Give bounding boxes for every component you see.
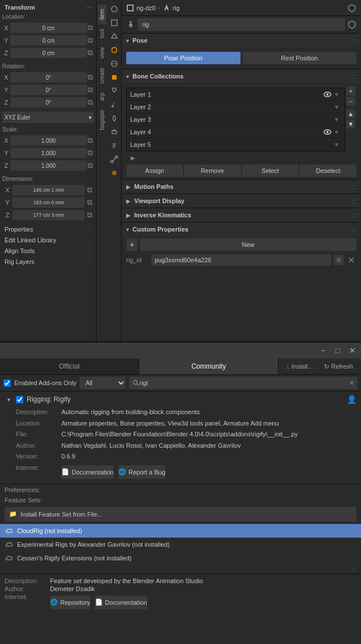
remove-btn[interactable]: Remove bbox=[184, 164, 241, 177]
cp-plus-btn[interactable]: + bbox=[126, 238, 138, 251]
bc-down-btn[interactable]: ▼ bbox=[346, 119, 355, 129]
rot-x-copy[interactable]: ⧉ bbox=[87, 73, 94, 82]
tab-community[interactable]: Community bbox=[139, 358, 279, 374]
bc-layer-2-name[interactable]: Layer 2 bbox=[130, 104, 332, 110]
install-feature-btn[interactable]: 📁 Install Feature Set from File... bbox=[5, 507, 356, 522]
feature-set-cloudrig[interactable]: CloudRig (not installed) bbox=[0, 524, 361, 538]
icon-output[interactable] bbox=[108, 16, 121, 29]
search-input[interactable] bbox=[139, 379, 349, 386]
bc-layer-4-vis[interactable] bbox=[323, 127, 332, 137]
loc-y-input[interactable]: 0 cm bbox=[10, 35, 87, 46]
scale-y-input[interactable] bbox=[10, 148, 87, 158]
rot-z-input[interactable] bbox=[10, 97, 87, 108]
bc-layer-1-name[interactable]: Layer 1 bbox=[130, 91, 323, 98]
documentation-btn[interactable]: 📄 Documentation bbox=[61, 465, 114, 479]
dim-y-input[interactable] bbox=[13, 197, 85, 208]
pose-position-btn[interactable]: Pose Position bbox=[126, 52, 240, 64]
dim-y-copy[interactable]: ⧉ bbox=[85, 198, 94, 207]
tab-bagapie[interactable]: bagapie bbox=[98, 105, 106, 135]
icon-physics[interactable] bbox=[108, 112, 121, 125]
install-btn[interactable]: ↓ Install... bbox=[282, 360, 317, 373]
loc-z-input[interactable]: 0 cm bbox=[10, 48, 87, 58]
pose-section-header[interactable]: ▾ Pose ::: bbox=[122, 34, 361, 47]
name-input[interactable] bbox=[138, 18, 345, 31]
scale-z-input[interactable] bbox=[10, 160, 87, 171]
ik-header[interactable]: ▶ Inverse Kinematics ::: bbox=[122, 208, 361, 222]
scale-y-copy[interactable]: ⧉ bbox=[87, 148, 94, 158]
report-bug-btn[interactable]: 🌐 Report a Bug bbox=[118, 465, 165, 479]
dim-z-copy[interactable]: ⧉ bbox=[85, 210, 94, 220]
minimize-btn[interactable]: − bbox=[318, 345, 328, 356]
tab-official[interactable]: Official bbox=[0, 358, 139, 374]
close-btn[interactable]: ✕ bbox=[347, 345, 358, 356]
feature-set-experimental[interactable]: Experimental Rigs by Alexander Gavrilov … bbox=[0, 538, 361, 551]
bc-layer-5-name[interactable]: Layer 5 bbox=[130, 141, 332, 148]
rot-y-copy[interactable]: ⧉ bbox=[87, 85, 94, 94]
viewport-display-header[interactable]: ▶ Viewport Display ::: bbox=[122, 194, 361, 208]
refresh-btn[interactable]: ↻ Refresh bbox=[319, 360, 358, 373]
properties-link[interactable]: Properties ⋯ bbox=[2, 224, 94, 234]
loc-x-input[interactable]: 0 cm bbox=[10, 23, 87, 33]
icon-world[interactable] bbox=[108, 57, 121, 70]
icon-render[interactable] bbox=[108, 3, 121, 15]
rig-id-gear-btn[interactable] bbox=[334, 255, 344, 265]
scale-x-copy[interactable]: ⧉ bbox=[87, 136, 94, 145]
bc-layer-3-name[interactable]: Layer 3 bbox=[130, 116, 332, 123]
footer-documentation-btn[interactable]: 📄 Documentation bbox=[95, 596, 147, 609]
align-tools-link[interactable]: Align Tools ⋯ bbox=[2, 246, 94, 256]
breadcrumb-item-1[interactable]: rig-dz0 bbox=[126, 4, 156, 12]
icon-particles[interactable] bbox=[108, 98, 121, 111]
icon-material[interactable] bbox=[108, 167, 121, 179]
select-btn[interactable]: Select bbox=[242, 164, 299, 177]
bc-layer-4-name[interactable]: Layer 4 bbox=[130, 129, 323, 135]
search-clear-btn[interactable]: ✕ bbox=[349, 379, 354, 387]
bc-layer-1-vis[interactable] bbox=[323, 90, 332, 99]
repository-btn[interactable]: 🌐 Repository bbox=[50, 596, 90, 609]
feature-set-cessen[interactable]: Cessen's Rigify Extensions (not installe… bbox=[0, 551, 361, 565]
cp-new-btn[interactable]: New bbox=[140, 238, 356, 251]
icon-scene[interactable] bbox=[108, 44, 121, 56]
icon-constraints[interactable] bbox=[108, 126, 121, 138]
icon-bone-constraint[interactable] bbox=[108, 153, 121, 166]
tab-arp[interactable]: arp bbox=[98, 88, 106, 105]
scale-x-input[interactable] bbox=[10, 135, 87, 146]
deselect-btn[interactable]: Deselect bbox=[300, 164, 356, 177]
motion-paths-header[interactable]: ▶ Motion Paths ::: bbox=[122, 180, 361, 193]
rig-layers-link[interactable]: Rig Layers ⋯ bbox=[2, 257, 94, 267]
rest-position-btn[interactable]: Rest Position bbox=[243, 52, 357, 64]
edit-linked-link[interactable]: Edit Linked Library ⋯ bbox=[2, 235, 94, 245]
icon-view-layer[interactable] bbox=[108, 30, 121, 43]
rig-id-input[interactable] bbox=[151, 254, 331, 266]
rot-z-copy[interactable]: ⧉ bbox=[87, 98, 94, 107]
bone-collections-header[interactable]: ▾ Bone Collections ::: bbox=[122, 69, 361, 83]
maximize-btn[interactable]: □ bbox=[333, 345, 343, 356]
enabled-only-checkbox[interactable] bbox=[3, 379, 11, 387]
rig-id-clear-btn[interactable] bbox=[346, 255, 356, 265]
tab-item[interactable]: item bbox=[98, 5, 106, 24]
dim-z-input[interactable] bbox=[13, 210, 85, 220]
euler-select[interactable]: XYZ Euler ▾ bbox=[2, 112, 94, 123]
bc-add-btn[interactable]: + bbox=[346, 86, 355, 96]
loc-y-copy[interactable]: ⧉ bbox=[87, 36, 94, 45]
icon-data[interactable] bbox=[108, 139, 121, 152]
loc-x-copy[interactable]: ⧉ bbox=[87, 23, 94, 32]
icon-modifier[interactable] bbox=[108, 85, 121, 97]
tab-create[interactable]: create bbox=[98, 63, 106, 88]
addon-expand-btn[interactable]: ▾ bbox=[5, 395, 13, 403]
rot-x-input[interactable] bbox=[10, 72, 87, 82]
loc-z-copy[interactable]: ⧉ bbox=[87, 48, 94, 57]
category-select[interactable]: All 3D View Animation Rigging bbox=[80, 377, 126, 389]
cp-header[interactable]: ▾ Custom Properties ::: bbox=[122, 222, 361, 236]
dim-x-copy[interactable]: ⧉ bbox=[85, 185, 94, 195]
scale-z-copy[interactable]: ⧉ bbox=[87, 161, 94, 170]
rot-y-input[interactable] bbox=[10, 85, 87, 95]
bc-remove-btn[interactable]: − bbox=[346, 97, 355, 106]
dim-x-input[interactable] bbox=[13, 185, 85, 195]
addon-enable-checkbox[interactable] bbox=[16, 396, 23, 403]
icon-object[interactable] bbox=[108, 71, 121, 84]
breadcrumb-item-2[interactable]: rig bbox=[163, 4, 180, 12]
bc-expand-row[interactable]: ▶ bbox=[126, 154, 356, 162]
bc-up-btn[interactable]: ▲ bbox=[346, 109, 355, 118]
assign-btn[interactable]: Assign bbox=[126, 164, 183, 177]
tab-tool[interactable]: tool bbox=[98, 24, 106, 43]
